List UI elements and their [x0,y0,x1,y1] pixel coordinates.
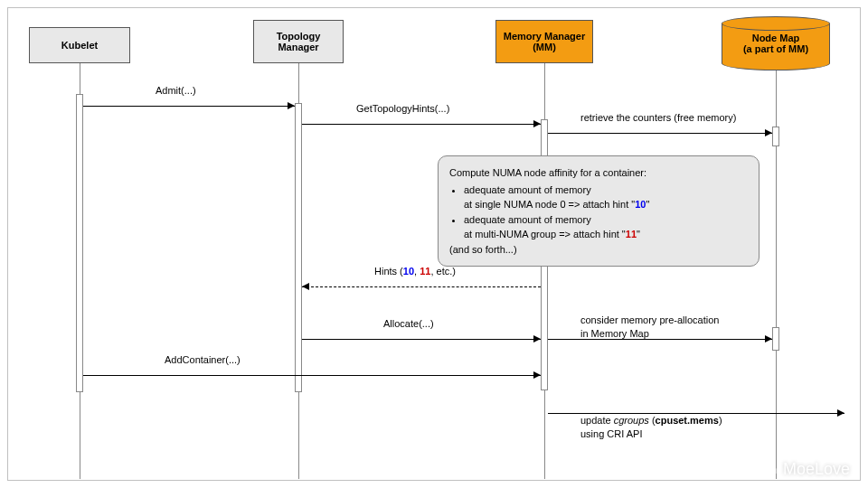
side-cgroups: update cgroups (cpuset.mems) using CRI A… [580,414,722,442]
note-compute-affinity: Compute NUMA node affinity for a contain… [438,155,760,267]
activation-kubelet [76,94,83,392]
side-prealloc: consider memory pre-allocation in Memory… [580,314,719,342]
participant-topology: Topology Manager [253,20,344,63]
msg-allocate: Allocate(...) [302,333,541,345]
participant-memory: Memory Manager (MM) [495,20,593,63]
msg-get-hints: GetTopologyHints(...) [302,117,541,130]
msg-add-container: AddContainer(...) [83,369,541,381]
svg-point-1 [771,468,778,474]
activation-nodemap-2 [772,327,779,351]
wechat-icon [765,463,779,477]
msg-hints-return: Hints (10, 11, etc.) [302,280,541,293]
watermark: MoeLove [765,460,850,479]
participant-nodemap: Node Map (a part of MM) [722,16,830,70]
msg-admit: Admit(...) [83,99,295,112]
activation-nodemap-1 [772,127,779,146]
activation-topology [295,103,302,392]
participant-kubelet: Kubelet [29,27,130,63]
msg-retrieve: retrieve the counters (free memory) [548,127,772,139]
